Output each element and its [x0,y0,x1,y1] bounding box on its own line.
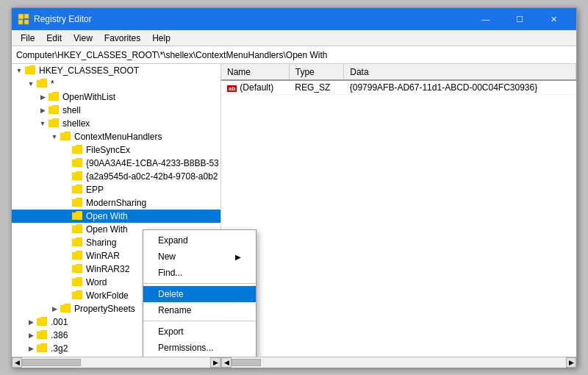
expand-386[interactable]: ▶ [25,332,37,339]
maximize-button[interactable]: ☐ [503,8,537,30]
tree-item-shellex[interactable]: ▼ shellex [12,117,220,130]
tree-label-word: Word [86,277,107,288]
menu-favorites[interactable]: Favorites [98,32,146,45]
ctx-sep1 [143,283,256,284]
bottom-scrollbar[interactable]: ◀ ▶ ◀ ▶ [12,357,576,367]
expand-owl[interactable]: ▶ [37,93,49,101]
expand-shellex[interactable]: ▼ [37,120,49,127]
expand-star[interactable]: ▼ [25,80,37,88]
folder-icon-hkcr [25,65,37,76]
ctx-permissions[interactable]: Permissions... [143,340,256,356]
ctx-new[interactable]: New ▶ [143,249,256,265]
tree-label-hkcr: HKEY_CLASSES_ROOT [39,65,139,76]
main-content: ▼ HKEY_CLASSES_ROOT ▼ * ▶ OpenW [12,64,576,357]
tree-item-openwithlist[interactable]: ▶ OpenWithList [12,90,220,104]
window-title: Registry Editor [34,14,469,24]
scroll-track-detail[interactable] [232,357,566,368]
folder-icon-3g2 [37,343,49,354]
svg-rect-2 [18,20,23,24]
tree-label-386: .386 [51,330,68,340]
ctx-new-label: New [158,251,176,262]
menu-help[interactable]: Help [146,32,176,45]
scroll-thumb-detail[interactable] [232,359,261,366]
folder-icon-workfolde [72,290,84,301]
tree-item-modernsharing[interactable]: ▶ ModernSharing [12,196,220,210]
context-menu: Expand New ▶ Find... Delete Rename Expor… [143,229,257,357]
folder-icon-owlist [49,92,60,102]
folder-icon-star [37,79,49,89]
tree-label-shellex: shellex [62,118,90,129]
ctx-expand[interactable]: Expand [143,232,256,249]
close-button[interactable]: ✕ [537,8,570,30]
folder-icon-shell [49,105,60,115]
ctx-export[interactable]: Export [143,324,256,340]
expand-shell[interactable]: ▶ [37,107,49,114]
tree-item-hkcr[interactable]: ▼ HKEY_CLASSES_ROOT [12,64,220,77]
folder-icon-modernsharing [72,198,84,208]
tree-label-winrar: WinRAR [86,251,120,261]
folder-icon-word [72,277,84,288]
tree-item-cmh[interactable]: ▼ ContextMenuHandlers [12,130,220,143]
table-row[interactable]: ab(Default) REG_SZ {09799AFB-AD67-11d1-A… [221,80,576,95]
ctx-delete[interactable]: Delete [143,286,256,302]
expand-cmh[interactable]: ▼ [49,133,60,140]
tree-label-epp: EPP [86,185,104,195]
ctx-sep2 [143,321,256,321]
col-type: Type [289,64,343,80]
menu-edit[interactable]: Edit [40,32,68,45]
row-name: ab(Default) [221,80,289,95]
address-path: Computer\HKEY_CLASSES_ROOT\*\shellex\Con… [16,50,328,60]
tree-label-a2a9: {a2a9545d-a0c2-42b4-9708-a0b2 [86,171,218,182]
scroll-right-detail[interactable]: ▶ [566,357,576,368]
folder-icon-a2a9 [72,171,84,182]
ctx-delete-label: Delete [158,289,184,299]
svg-rect-3 [24,20,29,24]
folder-icon-openwith [72,211,84,221]
tree-item-star[interactable]: ▼ * [12,77,220,90]
scroll-right-tree[interactable]: ▶ [210,357,220,368]
expand-3g2[interactable]: ▶ [25,345,37,352]
tree-item-90aa[interactable]: ▶ {90AA3A4E-1CBA-4233-B8BB-53 [12,157,220,170]
detail-header-row: Name Type Data [221,64,576,80]
detail-pane: Name Type Data ab(Default) REG_SZ {09799… [221,64,576,357]
ctx-find-label: Find... [158,268,182,278]
folder-icon-001 [37,317,49,327]
tree-label-winrar32: WinRAR32 [86,264,129,274]
ctx-rename[interactable]: Rename [143,302,256,318]
tree-label-openwith2: Open With [86,224,128,235]
scroll-left-detail[interactable]: ◀ [221,357,232,368]
scroll-track-tree[interactable] [22,357,210,368]
menu-view[interactable]: View [68,32,98,45]
address-bar: Computer\HKEY_CLASSES_ROOT\*\shellex\Con… [12,46,576,64]
folder-icon-filesyncex [72,145,84,155]
expand-hkcr[interactable]: ▼ [13,67,25,74]
folder-icon-propertysheets [60,304,72,314]
col-name: Name [221,64,289,80]
svg-rect-1 [24,14,29,18]
tree-item-openwith-selected[interactable]: ▶ Open With [12,210,220,223]
window-controls: — ☐ ✕ [469,8,570,30]
tree-item-epp[interactable]: ▶ EPP [12,183,220,196]
folder-icon-winrar32 [72,264,84,274]
expand-001[interactable]: ▶ [25,318,37,326]
tree-label-filesyncex: FileSyncEx [86,145,130,155]
expand-propertysheets[interactable]: ▶ [49,305,60,312]
svg-rect-0 [18,14,24,19]
ctx-permissions-label: Permissions... [158,343,213,353]
tree-label-modernsharing: ModernSharing [86,198,146,208]
tree-item-a2a9[interactable]: ▶ {a2a9545d-a0c2-42b4-9708-a0b2 [12,170,220,183]
ctx-find[interactable]: Find... [143,265,256,281]
menu-file[interactable]: File [15,32,40,45]
scroll-left-tree[interactable]: ◀ [12,357,22,368]
tree-item-shell[interactable]: ▶ shell [12,104,220,117]
tree-label-star: * [51,79,54,89]
scroll-thumb-tree[interactable] [22,359,81,366]
registry-editor-window: Registry Editor — ☐ ✕ File Edit View Fav… [11,7,577,368]
tree-label-sharing: Sharing [86,238,116,248]
minimize-button[interactable]: — [469,8,503,30]
row-type: REG_SZ [289,80,343,95]
ab-icon: ab [227,85,237,92]
ctx-expand-label: Expand [158,235,188,246]
tree-item-filesyncex[interactable]: ▶ FileSyncEx [12,143,220,157]
detail-table: Name Type Data ab(Default) REG_SZ {09799… [221,64,576,95]
